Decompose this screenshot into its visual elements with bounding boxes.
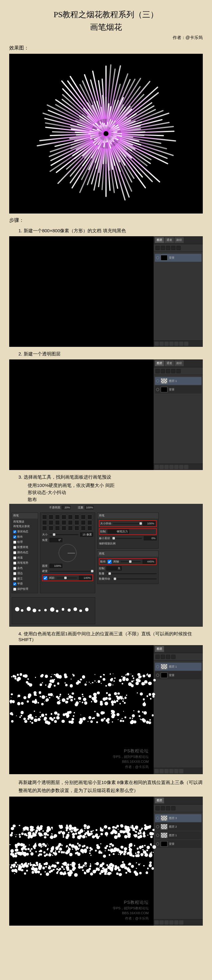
round-input[interactable] bbox=[49, 564, 62, 568]
watermark: PS教程论坛学PS，就到PS教程论坛BBS.16XX8.COM作者：@卡乐筠 bbox=[113, 899, 149, 921]
tab-paths[interactable]: 路径 bbox=[175, 237, 184, 243]
tab-layers[interactable]: 图层 bbox=[155, 237, 164, 243]
eye-icon[interactable] bbox=[156, 256, 159, 259]
layer-bg[interactable]: 背景 bbox=[155, 385, 202, 393]
brush-panel-screenshot: 不透明度: 流量: 画笔 画笔预设 画笔笔尖形状 形状动态 散布 纹理 双重画笔… bbox=[9, 504, 203, 627]
jitter-slider[interactable] bbox=[113, 523, 141, 524]
step-3a: 使用100%硬度的画笔，依次调整大小 间距 bbox=[9, 483, 203, 488]
step-3b: 形状动态-大小抖动 bbox=[9, 490, 203, 496]
screenshot-step1: 图层 通道 路径 背景 bbox=[9, 236, 203, 347]
scatter-input[interactable] bbox=[143, 560, 155, 564]
step-4: 4. 使用白色画笔在图层1画面中间往上的位置画三道（不限）直线（可以画的时候按住… bbox=[9, 631, 203, 643]
tab-channels[interactable]: 通道 bbox=[165, 237, 174, 243]
step-3c: 散布 bbox=[9, 497, 203, 503]
effect-label: 效果图： bbox=[9, 45, 203, 51]
steps-label: 步骤： bbox=[9, 217, 203, 224]
tab-layers[interactable]: 图层 bbox=[155, 360, 164, 366]
angle-input[interactable] bbox=[49, 538, 62, 542]
eye-icon[interactable] bbox=[156, 379, 159, 382]
page-subtitle: 画笔烟花 bbox=[9, 22, 203, 33]
brush-preview bbox=[12, 597, 95, 624]
jitter-input[interactable] bbox=[143, 521, 155, 526]
opacity-input[interactable] bbox=[62, 506, 70, 509]
angle-dial[interactable] bbox=[59, 544, 77, 562]
scatter-slider[interactable] bbox=[121, 561, 141, 562]
hardness-slider[interactable] bbox=[49, 571, 93, 572]
brush-thumbs[interactable] bbox=[42, 515, 93, 531]
layer-3[interactable]: 图层 3 bbox=[155, 814, 202, 822]
layer-1[interactable]: 图层 1 bbox=[155, 663, 202, 671]
tab-paths[interactable]: 路径 bbox=[175, 360, 184, 366]
layer-bg[interactable]: 背景 bbox=[155, 840, 202, 848]
layer-1[interactable]: 图层 1 bbox=[155, 831, 202, 839]
layer-thumb bbox=[161, 378, 167, 384]
layer-thumb bbox=[161, 255, 167, 261]
layer-bg[interactable]: 背景 bbox=[155, 671, 202, 679]
step-3: 3. 选择画笔工具，找到画笔面板进行画笔预设 bbox=[9, 474, 203, 480]
brush-settings-list: 画笔 画笔预设 画笔笔尖形状 形状动态 散布 纹理 双重画笔 颜色动态 传递 画… bbox=[12, 512, 38, 593]
size-input[interactable] bbox=[80, 532, 93, 537]
layer-thumb bbox=[161, 387, 167, 392]
layer-2[interactable]: 图层 2 bbox=[155, 823, 202, 831]
control-select[interactable] bbox=[108, 529, 129, 534]
step-2: 2. 新建一个透明图层 bbox=[9, 351, 203, 357]
flow-input[interactable] bbox=[85, 506, 93, 509]
page-title: PS教程之烟花教程系列（三） bbox=[9, 9, 203, 20]
size-slider[interactable] bbox=[49, 534, 78, 535]
tab-channels[interactable]: 通道 bbox=[165, 360, 174, 366]
spacing-input[interactable] bbox=[79, 576, 92, 580]
screenshot-step5: PS教程论坛学PS，就到PS教程论坛BBS.16XX8.COM作者：@卡乐筠 图… bbox=[9, 797, 203, 926]
layer-bg[interactable]: 背景 bbox=[155, 254, 202, 262]
screenshot-step4: PS教程论坛学PS，就到PS教程论坛BBS.16XX8.COM作者：@卡乐筠 图… bbox=[9, 645, 203, 774]
scatter-panel: 画笔 散布两轴 控制 数量 数量抖动 bbox=[97, 550, 159, 584]
watermark: PS教程论坛学PS，就到PS教程论坛BBS.16XX8.COM作者：@卡乐筠 bbox=[113, 748, 149, 770]
eye-icon[interactable] bbox=[156, 388, 159, 391]
step-1: 1. 新建一个800×800像素（方形）的文档 填充纯黑色 bbox=[9, 228, 203, 234]
author: 作者：@卡乐筠 bbox=[9, 35, 203, 41]
hero-effect-image bbox=[9, 54, 203, 213]
shape-dynamics-panel: 画笔 大小抖动 控制 最小直径 倾斜缩放比例 bbox=[97, 512, 159, 549]
layer-1[interactable]: 图层 1 bbox=[155, 377, 202, 385]
para-5: 再新建两个透明图层，分别把画笔缩小至10像素 8像素在相同的直线位置画上三条（可… bbox=[9, 778, 203, 794]
spacing-slider[interactable] bbox=[57, 578, 77, 579]
screenshot-step2: 图层 通道 路径 图层 1 背景 bbox=[9, 360, 203, 470]
